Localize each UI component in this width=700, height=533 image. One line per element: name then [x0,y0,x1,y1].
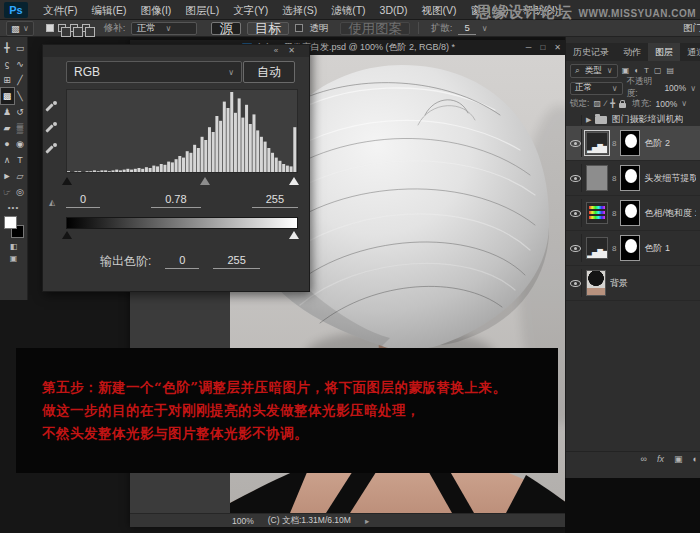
crop-tool[interactable]: ⊞ [1,72,14,88]
levels-adjustment-icon[interactable]: ▂▅█▆ [586,237,608,259]
patch-tool[interactable]: ▩ [1,88,14,104]
mask-link-icon[interactable]: 8 [612,244,616,253]
output-black-value[interactable]: 0 [165,254,199,269]
eye-toggle[interactable] [570,129,582,157]
filter-type-select[interactable]: ⌕ 类型∨ [570,64,618,78]
eyedropper-tool[interactable]: ╱ [14,72,27,88]
brush-tool[interactable]: ╲ [14,88,27,104]
mask-link-icon[interactable]: 8 [612,139,616,148]
tab-动作[interactable]: 动作 [616,43,648,61]
clone-stamp-tool[interactable]: ♟ [1,104,14,120]
gradient-tool[interactable]: ▒ [14,120,27,136]
tab-历史记录[interactable]: 历史记录 [566,43,616,61]
eye-toggle[interactable] [570,115,582,125]
history-brush-tool[interactable]: ↺ [14,104,27,120]
lock-icon-1[interactable]: ∕ [605,99,606,108]
layer-row-背景[interactable]: 背景 [566,266,700,301]
output-white-slider[interactable] [289,231,299,239]
hue-saturation-icon[interactable] [586,202,608,224]
expand-caret-icon[interactable]: ▶ [586,116,591,124]
new-selection-icon[interactable] [46,24,54,32]
pen-tool[interactable]: ∧ [1,152,14,168]
status-arrow-icon[interactable]: ▸ [365,516,369,526]
opacity-chevron[interactable]: ∨ [690,84,696,93]
layer-row-头发细节提取[interactable]: 8头发细节提取 [566,161,700,196]
path-selection-tool[interactable]: ► [1,168,14,184]
panel-header[interactable] [43,45,309,57]
patch-mode-select[interactable]: 正常∨ [131,22,197,35]
white-point-eyedropper-icon[interactable] [46,143,58,155]
input-gamma-slider[interactable] [200,177,210,185]
tool-preset-picker[interactable]: ▩∨ [6,21,34,36]
lock-icon-2[interactable]: ╋ [610,99,615,108]
adjustment-layer-icon[interactable]: ◐ [693,454,698,464]
auto-button[interactable]: 自动 [243,61,295,83]
zoom-tool[interactable]: ◎ [14,184,27,200]
menu-item-5[interactable]: 选择(S) [275,0,324,20]
filter-icon-1[interactable]: ◐ [634,66,639,75]
transparent-checkbox[interactable] [295,24,303,32]
output-white-value[interactable]: 255 [213,254,259,269]
input-gamma-value[interactable]: 0.78 [151,193,200,208]
layer-row-色相/饱和度 1[interactable]: 8色相/饱和度 1 [566,196,700,231]
lock-icon-0[interactable]: ▨ [593,99,601,108]
layer-mask-thumbnail[interactable] [620,130,640,156]
shape-tool[interactable]: ▱ [14,168,27,184]
layer-group-row[interactable]: ▶图门摄影培训机构 [566,113,700,126]
layer-mask-thumbnail[interactable] [620,165,640,191]
layer-row-色阶 2[interactable]: ▂▅█▆8色阶 2 [566,126,700,161]
dodge-tool[interactable]: ◉ [14,136,27,152]
menu-item-6[interactable]: 滤镜(T) [324,0,372,20]
channel-select[interactable]: RGB∨ [66,61,242,83]
maximize-button[interactable]: □ [540,43,545,52]
filter-icon-4[interactable]: ▤ [666,66,674,75]
menu-item-3[interactable]: 图层(L) [178,0,226,20]
quick-mask-icon[interactable]: ◧ [10,242,18,251]
mask-link-icon[interactable]: 8 [612,174,616,183]
input-white-slider[interactable] [289,177,299,185]
fill-chevron[interactable]: ∨ [681,99,687,108]
close-button[interactable]: ✕ [554,43,561,52]
menu-item-8[interactable]: 视图(V) [415,0,464,20]
edit-toolbar-icon[interactable]: ••• [8,203,19,212]
lasso-tool[interactable]: ϛ [1,56,14,72]
close-panel-icon[interactable]: ✕ [288,46,295,55]
layer-style-icon[interactable]: fx [657,454,664,464]
source-button[interactable]: 源 [211,22,240,35]
layer-mask-thumbnail[interactable] [620,200,640,226]
blur-tool[interactable]: ● [1,136,14,152]
lock-all-icon[interactable] [619,103,626,108]
input-black-value[interactable]: 0 [66,193,100,208]
foreground-color-swatch[interactable] [4,216,17,229]
quick-selection-tool[interactable]: ∿ [14,56,27,72]
marquee-tool[interactable]: ▭ [14,40,27,56]
diffusion-chevron[interactable]: ∨ [482,24,488,33]
menu-item-4[interactable]: 文字(Y) [226,0,275,20]
layer-mask-thumbnail[interactable] [620,235,640,261]
type-tool[interactable]: T [14,152,27,168]
destination-button[interactable]: 目标 [247,22,290,35]
levels-adjustment-icon[interactable]: ▂▅█▆ [586,132,608,154]
eye-toggle[interactable] [570,269,582,297]
layer-thumbnail-gray[interactable] [586,165,608,191]
eye-toggle[interactable] [570,199,582,227]
add-mask-icon[interactable]: ▣ [674,454,683,464]
menu-item-2[interactable]: 图像(I) [133,0,178,20]
menu-item-0[interactable]: 文件(F) [36,0,84,20]
filter-icon-3[interactable]: ▢ [654,66,662,75]
opacity-value[interactable]: 100% [664,83,686,93]
hand-tool[interactable]: ☞ [1,184,14,200]
minimize-button[interactable]: ─ [526,43,532,52]
tab-通道[interactable]: 通道 [680,43,700,61]
gray-point-eyedropper-icon[interactable] [46,122,58,134]
output-black-slider[interactable] [62,231,72,239]
eraser-tool[interactable]: ▰ [1,120,14,136]
link-layers-icon[interactable]: ∞ [641,454,647,464]
input-white-value[interactable]: 255 [252,193,298,208]
move-tool[interactable]: ╋ [1,40,14,56]
tab-图层[interactable]: 图层 [648,43,680,61]
fill-value[interactable]: 100% [655,99,677,109]
collapse-panel-icon[interactable]: « [274,46,278,55]
blend-mode-select[interactable]: 正常∨ [570,82,623,95]
diffusion-value[interactable]: 5 [458,22,475,35]
